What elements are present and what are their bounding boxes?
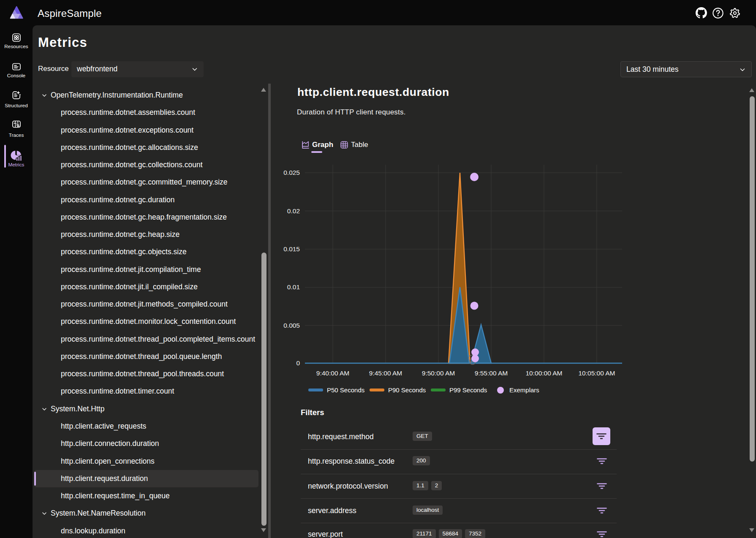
svg-text:0.005: 0.005 xyxy=(283,322,300,329)
svg-text:9:45:00 AM: 9:45:00 AM xyxy=(369,370,402,377)
svg-text:0.015: 0.015 xyxy=(283,245,300,253)
svg-text:9:55:00 AM: 9:55:00 AM xyxy=(475,370,508,377)
svg-text:0.01: 0.01 xyxy=(287,283,300,291)
svg-text:0: 0 xyxy=(296,359,300,367)
svg-text:10:00:00 AM: 10:00:00 AM xyxy=(525,370,562,377)
svg-text:9:50:00 AM: 9:50:00 AM xyxy=(422,370,455,377)
svg-text:10:05:00 AM: 10:05:00 AM xyxy=(578,370,615,377)
svg-text:0.02: 0.02 xyxy=(287,207,300,215)
svg-text:0.025: 0.025 xyxy=(283,169,300,176)
svg-text:9:40:00 AM: 9:40:00 AM xyxy=(316,370,349,377)
